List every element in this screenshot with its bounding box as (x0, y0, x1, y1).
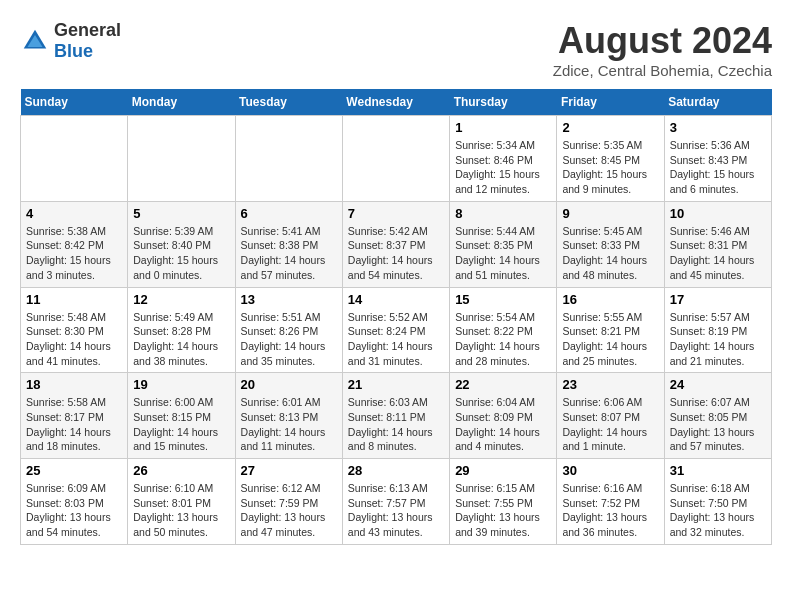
day-info: Sunrise: 5:58 AM Sunset: 8:17 PM Dayligh… (26, 395, 122, 454)
day-info: Sunrise: 6:15 AM Sunset: 7:55 PM Dayligh… (455, 481, 551, 540)
day-number: 8 (455, 206, 551, 221)
day-info: Sunrise: 5:41 AM Sunset: 8:38 PM Dayligh… (241, 224, 337, 283)
calendar-cell: 23Sunrise: 6:06 AM Sunset: 8:07 PM Dayli… (557, 373, 664, 459)
day-number: 23 (562, 377, 658, 392)
calendar-cell: 6Sunrise: 5:41 AM Sunset: 8:38 PM Daylig… (235, 201, 342, 287)
day-info: Sunrise: 5:57 AM Sunset: 8:19 PM Dayligh… (670, 310, 766, 369)
day-number: 16 (562, 292, 658, 307)
day-number: 1 (455, 120, 551, 135)
day-number: 12 (133, 292, 229, 307)
calendar-cell (21, 116, 128, 202)
day-number: 22 (455, 377, 551, 392)
calendar-cell (342, 116, 449, 202)
weekday-header-friday: Friday (557, 89, 664, 116)
weekday-header-row: SundayMondayTuesdayWednesdayThursdayFrid… (21, 89, 772, 116)
day-info: Sunrise: 6:10 AM Sunset: 8:01 PM Dayligh… (133, 481, 229, 540)
calendar-cell: 3Sunrise: 5:36 AM Sunset: 8:43 PM Daylig… (664, 116, 771, 202)
weekday-header-wednesday: Wednesday (342, 89, 449, 116)
calendar-cell: 30Sunrise: 6:16 AM Sunset: 7:52 PM Dayli… (557, 459, 664, 545)
day-number: 10 (670, 206, 766, 221)
weekday-header-tuesday: Tuesday (235, 89, 342, 116)
day-info: Sunrise: 5:36 AM Sunset: 8:43 PM Dayligh… (670, 138, 766, 197)
day-number: 28 (348, 463, 444, 478)
day-number: 27 (241, 463, 337, 478)
day-info: Sunrise: 6:07 AM Sunset: 8:05 PM Dayligh… (670, 395, 766, 454)
calendar-cell: 21Sunrise: 6:03 AM Sunset: 8:11 PM Dayli… (342, 373, 449, 459)
day-info: Sunrise: 6:12 AM Sunset: 7:59 PM Dayligh… (241, 481, 337, 540)
calendar-cell: 9Sunrise: 5:45 AM Sunset: 8:33 PM Daylig… (557, 201, 664, 287)
day-info: Sunrise: 6:00 AM Sunset: 8:15 PM Dayligh… (133, 395, 229, 454)
weekday-header-saturday: Saturday (664, 89, 771, 116)
day-number: 6 (241, 206, 337, 221)
day-number: 20 (241, 377, 337, 392)
day-info: Sunrise: 6:09 AM Sunset: 8:03 PM Dayligh… (26, 481, 122, 540)
day-number: 24 (670, 377, 766, 392)
day-info: Sunrise: 5:48 AM Sunset: 8:30 PM Dayligh… (26, 310, 122, 369)
calendar-cell: 2Sunrise: 5:35 AM Sunset: 8:45 PM Daylig… (557, 116, 664, 202)
day-number: 21 (348, 377, 444, 392)
day-number: 11 (26, 292, 122, 307)
day-number: 4 (26, 206, 122, 221)
day-number: 19 (133, 377, 229, 392)
calendar-cell (235, 116, 342, 202)
calendar-cell: 19Sunrise: 6:00 AM Sunset: 8:15 PM Dayli… (128, 373, 235, 459)
day-info: Sunrise: 6:06 AM Sunset: 8:07 PM Dayligh… (562, 395, 658, 454)
calendar-cell: 5Sunrise: 5:39 AM Sunset: 8:40 PM Daylig… (128, 201, 235, 287)
day-number: 5 (133, 206, 229, 221)
calendar-cell: 12Sunrise: 5:49 AM Sunset: 8:28 PM Dayli… (128, 287, 235, 373)
day-info: Sunrise: 5:42 AM Sunset: 8:37 PM Dayligh… (348, 224, 444, 283)
calendar-week-row: 1Sunrise: 5:34 AM Sunset: 8:46 PM Daylig… (21, 116, 772, 202)
calendar-cell: 7Sunrise: 5:42 AM Sunset: 8:37 PM Daylig… (342, 201, 449, 287)
day-info: Sunrise: 5:35 AM Sunset: 8:45 PM Dayligh… (562, 138, 658, 197)
calendar-cell: 17Sunrise: 5:57 AM Sunset: 8:19 PM Dayli… (664, 287, 771, 373)
day-info: Sunrise: 6:01 AM Sunset: 8:13 PM Dayligh… (241, 395, 337, 454)
day-number: 31 (670, 463, 766, 478)
calendar-cell: 14Sunrise: 5:52 AM Sunset: 8:24 PM Dayli… (342, 287, 449, 373)
day-number: 9 (562, 206, 658, 221)
day-info: Sunrise: 5:55 AM Sunset: 8:21 PM Dayligh… (562, 310, 658, 369)
calendar-cell: 20Sunrise: 6:01 AM Sunset: 8:13 PM Dayli… (235, 373, 342, 459)
weekday-header-monday: Monday (128, 89, 235, 116)
day-info: Sunrise: 5:52 AM Sunset: 8:24 PM Dayligh… (348, 310, 444, 369)
logo: General Blue (20, 20, 121, 62)
page-header: General Blue August 2024 Zdice, Central … (20, 20, 772, 79)
calendar-cell: 11Sunrise: 5:48 AM Sunset: 8:30 PM Dayli… (21, 287, 128, 373)
day-info: Sunrise: 5:54 AM Sunset: 8:22 PM Dayligh… (455, 310, 551, 369)
day-info: Sunrise: 5:46 AM Sunset: 8:31 PM Dayligh… (670, 224, 766, 283)
day-info: Sunrise: 6:18 AM Sunset: 7:50 PM Dayligh… (670, 481, 766, 540)
day-info: Sunrise: 6:13 AM Sunset: 7:57 PM Dayligh… (348, 481, 444, 540)
calendar-table: SundayMondayTuesdayWednesdayThursdayFrid… (20, 89, 772, 545)
day-number: 2 (562, 120, 658, 135)
day-number: 7 (348, 206, 444, 221)
logo-icon (20, 26, 50, 56)
day-info: Sunrise: 5:38 AM Sunset: 8:42 PM Dayligh… (26, 224, 122, 283)
day-info: Sunrise: 5:44 AM Sunset: 8:35 PM Dayligh… (455, 224, 551, 283)
calendar-cell: 31Sunrise: 6:18 AM Sunset: 7:50 PM Dayli… (664, 459, 771, 545)
calendar-cell: 18Sunrise: 5:58 AM Sunset: 8:17 PM Dayli… (21, 373, 128, 459)
day-number: 15 (455, 292, 551, 307)
day-number: 17 (670, 292, 766, 307)
day-number: 30 (562, 463, 658, 478)
logo-text-blue: Blue (54, 41, 93, 61)
weekday-header-sunday: Sunday (21, 89, 128, 116)
day-info: Sunrise: 5:34 AM Sunset: 8:46 PM Dayligh… (455, 138, 551, 197)
day-number: 18 (26, 377, 122, 392)
calendar-cell (128, 116, 235, 202)
day-info: Sunrise: 5:49 AM Sunset: 8:28 PM Dayligh… (133, 310, 229, 369)
day-number: 14 (348, 292, 444, 307)
calendar-week-row: 25Sunrise: 6:09 AM Sunset: 8:03 PM Dayli… (21, 459, 772, 545)
calendar-cell: 16Sunrise: 5:55 AM Sunset: 8:21 PM Dayli… (557, 287, 664, 373)
calendar-week-row: 18Sunrise: 5:58 AM Sunset: 8:17 PM Dayli… (21, 373, 772, 459)
calendar-cell: 8Sunrise: 5:44 AM Sunset: 8:35 PM Daylig… (450, 201, 557, 287)
day-info: Sunrise: 6:04 AM Sunset: 8:09 PM Dayligh… (455, 395, 551, 454)
location-subtitle: Zdice, Central Bohemia, Czechia (553, 62, 772, 79)
day-info: Sunrise: 5:51 AM Sunset: 8:26 PM Dayligh… (241, 310, 337, 369)
day-info: Sunrise: 5:45 AM Sunset: 8:33 PM Dayligh… (562, 224, 658, 283)
day-info: Sunrise: 5:39 AM Sunset: 8:40 PM Dayligh… (133, 224, 229, 283)
day-number: 26 (133, 463, 229, 478)
calendar-cell: 13Sunrise: 5:51 AM Sunset: 8:26 PM Dayli… (235, 287, 342, 373)
calendar-cell: 29Sunrise: 6:15 AM Sunset: 7:55 PM Dayli… (450, 459, 557, 545)
month-year-title: August 2024 (553, 20, 772, 62)
calendar-cell: 15Sunrise: 5:54 AM Sunset: 8:22 PM Dayli… (450, 287, 557, 373)
day-info: Sunrise: 6:16 AM Sunset: 7:52 PM Dayligh… (562, 481, 658, 540)
